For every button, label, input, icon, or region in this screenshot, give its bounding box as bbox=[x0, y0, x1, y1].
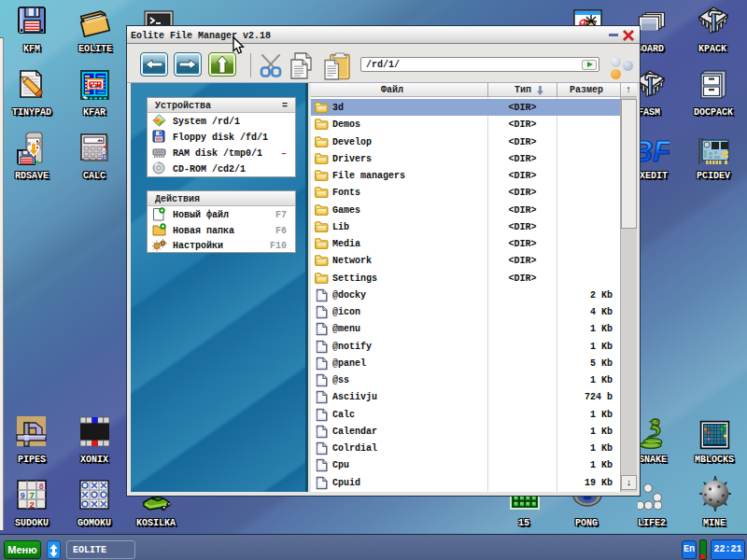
svg-text:7: 7 bbox=[30, 492, 35, 501]
svg-text:8: 8 bbox=[39, 483, 44, 492]
svg-text:9: 9 bbox=[21, 492, 25, 501]
svg-text:2: 2 bbox=[30, 501, 35, 511]
